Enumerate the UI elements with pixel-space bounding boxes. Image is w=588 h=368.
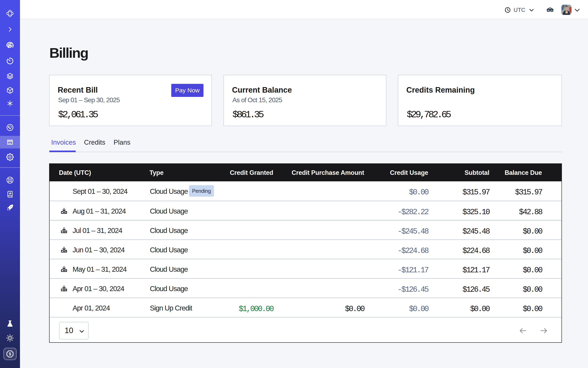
svg-text:$: $ — [9, 352, 11, 356]
